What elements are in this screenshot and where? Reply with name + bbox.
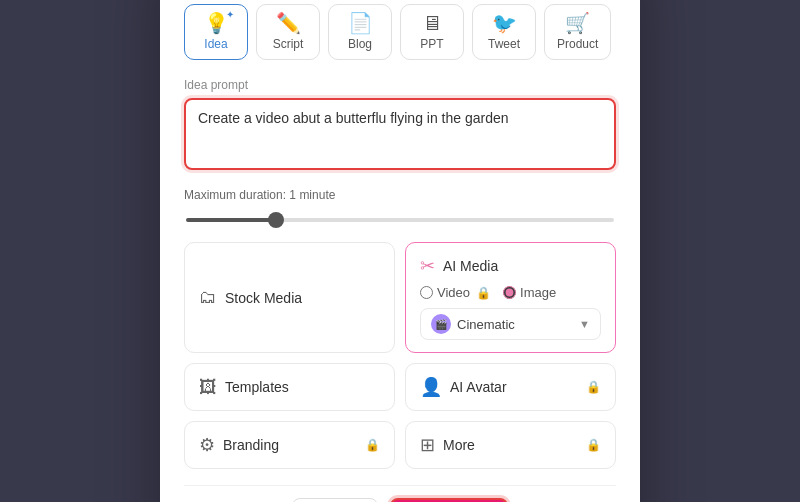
- tab-tweet-label: Tweet: [488, 37, 520, 51]
- more-card[interactable]: ⊞ More 🔒: [405, 421, 616, 469]
- video-radio-label[interactable]: Video 🔒: [420, 285, 491, 300]
- stock-media-card[interactable]: 🗂 Stock Media: [184, 242, 395, 353]
- ppt-icon: 🖥: [422, 13, 442, 33]
- stock-media-icon: 🗂: [199, 287, 217, 308]
- submit-button[interactable]: ✓ Submit: [390, 498, 507, 502]
- tab-blog[interactable]: 📄 Blog: [328, 4, 392, 60]
- cinematic-label: Cinematic: [457, 317, 515, 332]
- tab-script[interactable]: ✏️ Script: [256, 4, 320, 60]
- footer-row: Close ✓ Submit: [184, 485, 616, 502]
- script-icon: ✏️: [276, 13, 301, 33]
- tab-blog-label: Blog: [348, 37, 372, 51]
- more-left: ⊞ More: [420, 434, 475, 456]
- ai-media-icon: ✂: [420, 255, 435, 277]
- cinematic-avatar: 🎬: [431, 314, 451, 334]
- ai-avatar-label: AI Avatar: [450, 379, 507, 395]
- blog-icon: 📄: [348, 13, 373, 33]
- video-label-text: Video: [437, 285, 470, 300]
- close-button[interactable]: Close: [292, 498, 378, 502]
- stock-media-label: Stock Media: [225, 290, 302, 306]
- more-label: More: [443, 437, 475, 453]
- ai-avatar-lock-icon: 🔒: [586, 380, 601, 394]
- tab-ppt[interactable]: 🖥 PPT: [400, 4, 464, 60]
- video-lock-icon: 🔒: [476, 286, 491, 300]
- bottom-cards-row: ⚙ Branding 🔒 ⊞ More 🔒: [184, 421, 616, 469]
- branding-left: ⚙ Branding: [199, 434, 279, 456]
- tab-ppt-label: PPT: [420, 37, 443, 51]
- video-radio[interactable]: [420, 286, 433, 299]
- tab-idea[interactable]: 💡✦ Idea: [184, 4, 248, 60]
- prompt-label: Idea prompt: [184, 78, 616, 92]
- more-icon: ⊞: [420, 434, 435, 456]
- ai-avatar-card[interactable]: 👤 AI Avatar 🔒: [405, 363, 616, 411]
- ai-avatar-icon: 👤: [420, 376, 442, 398]
- tab-script-label: Script: [273, 37, 304, 51]
- prompt-textarea[interactable]: Create a video abut a butterflu flying i…: [184, 98, 616, 170]
- ai-media-label: AI Media: [443, 258, 498, 274]
- branding-card[interactable]: ⚙ Branding 🔒: [184, 421, 395, 469]
- magic-create-modal: Magic Create 💡✦ Idea ✏️ Script 📄 Blog 🖥 …: [160, 0, 640, 502]
- tab-product[interactable]: 🛒 Product: [544, 4, 611, 60]
- duration-slider[interactable]: [186, 218, 614, 222]
- image-radio-label[interactable]: Image: [503, 285, 556, 300]
- ai-media-top: ✂ AI Media: [420, 255, 498, 277]
- tab-tweet[interactable]: 🐦 Tweet: [472, 4, 536, 60]
- ai-media-radio-row: Video 🔒 Image: [420, 285, 556, 300]
- tweet-icon: 🐦: [492, 13, 517, 33]
- product-icon: 🛒: [565, 13, 590, 33]
- idea-icon: 💡✦: [204, 13, 229, 33]
- branding-label: Branding: [223, 437, 279, 453]
- tab-idea-label: Idea: [204, 37, 227, 51]
- media-cards-row: 🗂 Stock Media ✂ AI Media Video 🔒 Image: [184, 242, 616, 353]
- duration-label: Maximum duration: 1 minute: [184, 188, 616, 202]
- dropdown-chevron-icon: ▼: [579, 318, 590, 330]
- more-lock-icon: 🔒: [586, 438, 601, 452]
- templates-card[interactable]: 🖼 Templates: [184, 363, 395, 411]
- prompt-section: Idea prompt Create a video abut a butter…: [184, 78, 616, 174]
- tools-cards-row: 🖼 Templates 👤 AI Avatar 🔒: [184, 363, 616, 411]
- ai-avatar-left: 👤 AI Avatar: [420, 376, 507, 398]
- templates-icon: 🖼: [199, 377, 217, 398]
- tab-product-label: Product: [557, 37, 598, 51]
- branding-icon: ⚙: [199, 434, 215, 456]
- slider-wrap: [184, 208, 616, 226]
- image-label-text: Image: [520, 285, 556, 300]
- branding-lock-icon: 🔒: [365, 438, 380, 452]
- ai-media-card[interactable]: ✂ AI Media Video 🔒 Image 🎬 Cinematic ▼: [405, 242, 616, 353]
- templates-label: Templates: [225, 379, 289, 395]
- tabs-row: 💡✦ Idea ✏️ Script 📄 Blog 🖥 PPT 🐦 Tweet 🛒…: [184, 4, 616, 60]
- cinematic-dropdown[interactable]: 🎬 Cinematic ▼: [420, 308, 601, 340]
- image-radio[interactable]: [503, 286, 516, 299]
